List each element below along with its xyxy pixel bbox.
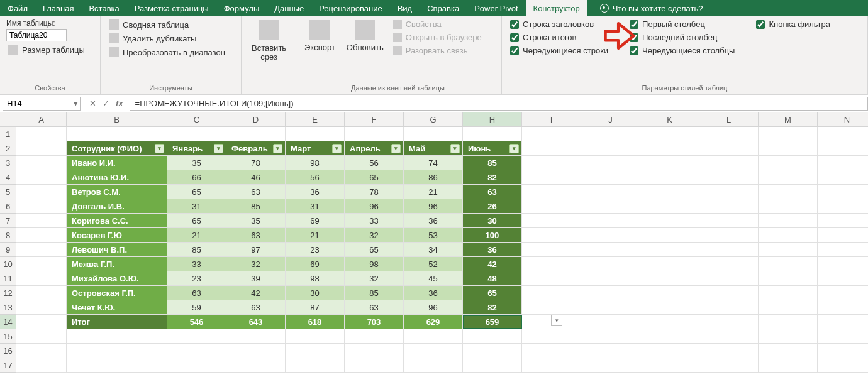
filter-button-icon[interactable]: ▾ [214, 144, 223, 153]
cell-empty[interactable] [818, 156, 868, 170]
total-row-check[interactable]: Строка итогов [508, 32, 610, 43]
table-cell-name[interactable]: Чечет К.Ю. [67, 300, 167, 315]
cell-empty[interactable] [16, 344, 67, 358]
cell-empty[interactable] [522, 141, 581, 156]
table-cell[interactable]: 21 [404, 185, 463, 199]
cell-empty[interactable] [67, 344, 167, 358]
cell-empty[interactable] [759, 185, 818, 199]
table-cell-last[interactable]: 42 [463, 257, 522, 271]
tab-Главная[interactable]: Главная [35, 0, 81, 16]
cell-empty[interactable] [522, 344, 581, 358]
header-row-check[interactable]: Строка заголовков [508, 19, 610, 30]
tab-Справка[interactable]: Справка [420, 0, 467, 16]
cell-empty[interactable] [581, 300, 640, 315]
tab-Вставка[interactable]: Вставка [81, 0, 126, 16]
cell-empty[interactable] [818, 329, 868, 344]
cell-empty[interactable] [581, 358, 640, 373]
cell-empty[interactable] [640, 214, 699, 228]
cell-empty[interactable] [699, 257, 759, 271]
table-cell[interactable]: 85 [226, 199, 286, 214]
table-total[interactable]: 703 [345, 315, 404, 329]
table-cell[interactable]: 35 [226, 214, 286, 228]
table-cell-name[interactable]: Ивано И.И. [67, 156, 167, 170]
table-cell-name[interactable]: Михайлова О.Ю. [67, 271, 167, 286]
table-cell[interactable]: 63 [167, 286, 226, 300]
cell-empty[interactable] [286, 358, 345, 373]
cell-empty[interactable] [522, 329, 581, 344]
cell-empty[interactable] [404, 329, 463, 344]
cell-empty[interactable] [16, 243, 67, 257]
table-cell[interactable]: 23 [167, 271, 226, 286]
table-total[interactable]: 618 [286, 315, 345, 329]
table-cell[interactable]: 96 [345, 199, 404, 214]
tab-Данные[interactable]: Данные [267, 0, 311, 16]
cell-empty[interactable] [226, 127, 286, 141]
table-cell[interactable]: 23 [286, 243, 345, 257]
cell-empty[interactable] [818, 127, 868, 141]
cell-empty[interactable] [167, 127, 226, 141]
table-cell[interactable]: 65 [167, 185, 226, 199]
table-cell[interactable]: 87 [286, 300, 345, 315]
table-header[interactable]: Май▾ [404, 141, 463, 156]
filter-button-check[interactable]: Кнопка фильтра [754, 19, 832, 30]
cell-empty[interactable] [818, 170, 868, 185]
cell-empty[interactable] [581, 214, 640, 228]
table-cell[interactable]: 78 [226, 156, 286, 170]
col-header-L[interactable]: L [699, 112, 759, 127]
cell-empty[interactable] [759, 344, 818, 358]
table-cell[interactable]: 30 [286, 286, 345, 300]
tab-Разметка страницы[interactable]: Разметка страницы [127, 0, 216, 16]
cell-empty[interactable] [522, 127, 581, 141]
table-total[interactable]: 643 [226, 315, 286, 329]
cell-empty[interactable] [522, 170, 581, 185]
cell-empty[interactable] [640, 185, 699, 199]
row-header-2[interactable]: 2 [0, 141, 16, 156]
cells-area[interactable]: Сотрудник (ФИО)▾Январь▾Февраль▾Март▾Апре… [16, 127, 868, 373]
name-box-dropdown[interactable]: ▾ [71, 99, 80, 108]
cell-empty[interactable] [463, 358, 522, 373]
cell-empty[interactable] [16, 315, 67, 329]
table-cell[interactable]: 74 [404, 156, 463, 170]
table-cell[interactable]: 36 [286, 185, 345, 199]
cell-empty[interactable] [818, 358, 868, 373]
refresh-button[interactable]: Обновить [343, 19, 387, 83]
cell-empty[interactable] [759, 214, 818, 228]
cell-empty[interactable] [581, 127, 640, 141]
table-cell-last[interactable]: 82 [463, 300, 522, 315]
table-cell[interactable]: 56 [345, 156, 404, 170]
cell-empty[interactable] [640, 127, 699, 141]
table-cell-last[interactable]: 65 [463, 286, 522, 300]
row-header-4[interactable]: 4 [0, 170, 16, 185]
cell-empty[interactable] [581, 257, 640, 271]
table-cell[interactable]: 21 [167, 228, 226, 243]
first-col-check[interactable]: Первый столбец [628, 19, 737, 30]
filter-button-icon[interactable]: ▾ [509, 144, 519, 153]
tell-me-input[interactable]: Что вы хотите сделать? [600, 0, 703, 16]
cell-empty[interactable] [699, 315, 759, 329]
cell-empty[interactable] [759, 286, 818, 300]
row-header-5[interactable]: 5 [0, 185, 16, 199]
table-cell[interactable]: 31 [286, 199, 345, 214]
cell-empty[interactable] [67, 127, 167, 141]
cell-empty[interactable] [699, 300, 759, 315]
row-header-15[interactable]: 15 [0, 329, 16, 344]
accept-formula-icon[interactable]: ✓ [103, 99, 109, 108]
row-header-11[interactable]: 11 [0, 271, 16, 286]
table-header[interactable]: Февраль▾ [226, 141, 286, 156]
table-cell[interactable]: 65 [345, 170, 404, 185]
cell-empty[interactable] [16, 170, 67, 185]
cell-empty[interactable] [581, 243, 640, 257]
cell-empty[interactable] [581, 141, 640, 156]
table-cell[interactable]: 78 [345, 185, 404, 199]
tab-Вид[interactable]: Вид [390, 0, 420, 16]
cell-empty[interactable] [759, 358, 818, 373]
cell-empty[interactable] [522, 271, 581, 286]
table-cell-name[interactable]: Островская Г.П. [67, 286, 167, 300]
remove-duplicates-button[interactable]: Удалить дубликаты [107, 33, 227, 44]
cell-empty[interactable] [699, 344, 759, 358]
col-header-D[interactable]: D [226, 112, 286, 127]
cell-empty[interactable] [818, 344, 868, 358]
cell-empty[interactable] [167, 358, 226, 373]
cell-empty[interactable] [759, 141, 818, 156]
cell-empty[interactable] [522, 257, 581, 271]
